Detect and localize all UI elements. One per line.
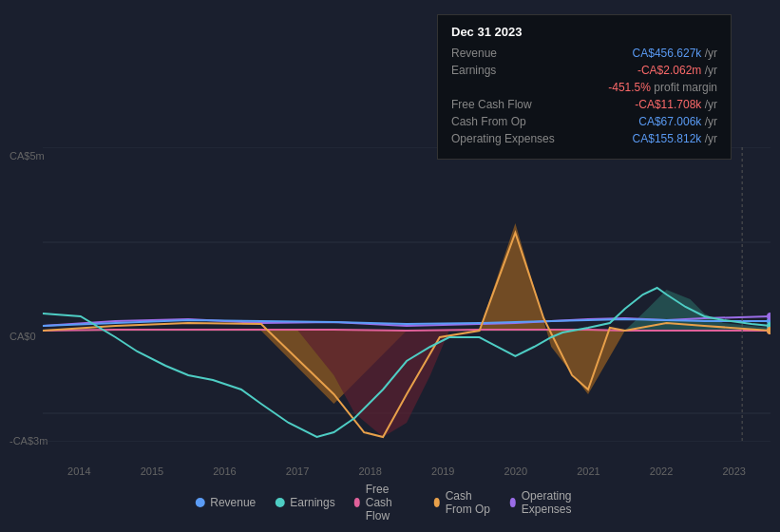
tooltip-row-revenue: Revenue CA$456.627k /yr [451, 47, 717, 60]
tooltip-row-opex: Operating Expenses CA$155.812k /yr [451, 132, 717, 145]
tooltip-label-earnings: Earnings [451, 64, 556, 77]
legend-dot-opex [510, 498, 516, 507]
tooltip-title: Dec 31 2023 [451, 25, 717, 39]
y-label-top: CA$5m [10, 150, 45, 162]
chart-svg [43, 147, 770, 442]
tooltip-label-opex: Operating Expenses [451, 132, 556, 145]
tooltip-row-fcf: Free Cash Flow -CA$11.708k /yr [451, 98, 717, 111]
legend-label-cashop: Cash From Op [446, 489, 491, 516]
tooltip-label-revenue: Revenue [451, 47, 556, 60]
fcf-line [43, 330, 770, 331]
x-axis: 2014 2015 2016 2017 2018 2019 2020 2021 … [0, 466, 780, 477]
tooltip-row-earnings: Earnings -CA$2.062m /yr [451, 64, 717, 77]
x-label-2019: 2019 [431, 466, 454, 477]
legend-fcf: Free Cash Flow [354, 483, 415, 522]
data-tooltip: Dec 31 2023 Revenue CA$456.627k /yr Earn… [437, 14, 732, 160]
tooltip-value-earnings: -CA$2.062m /yr [637, 64, 717, 77]
legend-dot-fcf [354, 498, 360, 507]
legend-label-opex: Operating Expenses [522, 489, 585, 516]
legend-dot-revenue [195, 498, 204, 507]
legend-label-earnings: Earnings [290, 496, 334, 509]
legend-earnings: Earnings [275, 496, 334, 509]
legend-label-fcf: Free Cash Flow [366, 483, 415, 522]
tooltip-row-margin: -451.5% profit margin [451, 81, 717, 94]
x-label-2014: 2014 [67, 466, 90, 477]
tooltip-value-fcf: -CA$11.708k /yr [635, 98, 717, 111]
x-label-2018: 2018 [358, 466, 381, 477]
legend-cashop: Cash From Op [434, 489, 491, 516]
x-label-2017: 2017 [286, 466, 309, 477]
tooltip-value-opex: CA$155.812k /yr [633, 132, 717, 145]
tooltip-row-cashop: Cash From Op CA$67.006k /yr [451, 115, 717, 128]
x-label-2016: 2016 [213, 466, 236, 477]
legend-dot-cashop [434, 498, 440, 507]
x-label-2023: 2023 [722, 466, 745, 477]
x-label-2015: 2015 [141, 466, 163, 477]
legend-opex: Operating Expenses [510, 489, 585, 516]
tooltip-label-cashop: Cash From Op [451, 115, 556, 128]
x-label-2021: 2021 [577, 466, 599, 477]
chart-legend: Revenue Earnings Free Cash Flow Cash Fro… [195, 483, 585, 522]
x-label-2022: 2022 [650, 466, 673, 477]
legend-revenue: Revenue [195, 496, 256, 509]
tooltip-label-fcf: Free Cash Flow [451, 98, 556, 111]
tooltip-value-margin: -451.5% profit margin [608, 81, 717, 94]
y-label-mid: CA$0 [10, 331, 36, 342]
legend-label-revenue: Revenue [210, 496, 256, 509]
x-label-2020: 2020 [504, 466, 527, 477]
tooltip-value-cashop: CA$67.006k /yr [638, 115, 717, 128]
tooltip-value-revenue: CA$456.627k /yr [633, 47, 717, 60]
legend-dot-earnings [275, 498, 284, 507]
opex-dot-right [767, 313, 770, 320]
